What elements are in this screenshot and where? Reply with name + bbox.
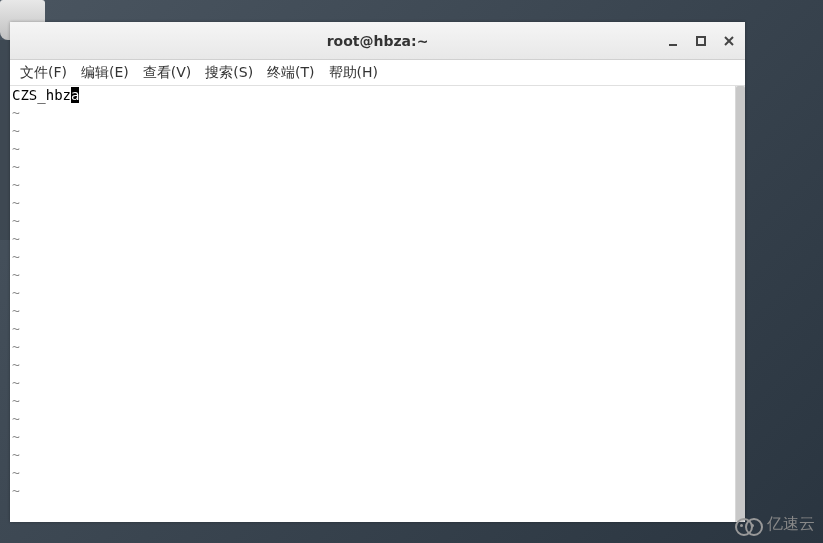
scrollbar[interactable] (735, 86, 745, 522)
vim-tilde-line: ~ (10, 284, 735, 302)
vim-tilde-line: ~ (10, 320, 735, 338)
watermark-text: 亿速云 (767, 514, 815, 535)
close-button[interactable] (721, 33, 737, 49)
vim-tilde-line: ~ (10, 122, 735, 140)
vim-tilde-line: ~ (10, 302, 735, 320)
vim-tilde-line: ~ (10, 410, 735, 428)
menubar: 文件(F) 编辑(E) 查看(V) 搜索(S) 终端(T) 帮助(H) (10, 60, 745, 86)
titlebar: root@hbza:~ (10, 22, 745, 60)
minimize-button[interactable] (665, 33, 681, 49)
maximize-button[interactable] (693, 33, 709, 49)
vim-tilde-line: ~ (10, 266, 735, 284)
maximize-icon (695, 35, 707, 47)
vim-tilde-line: ~ (10, 428, 735, 446)
menu-help[interactable]: 帮助(H) (325, 62, 382, 84)
menu-file[interactable]: 文件(F) (16, 62, 71, 84)
terminal-window: root@hbza:~ 文件(F) 编辑(E) 查看(V) (10, 22, 745, 522)
vim-tilde-line: ~ (10, 230, 735, 248)
vim-tilde-line: ~ (10, 158, 735, 176)
menu-view[interactable]: 查看(V) (139, 62, 196, 84)
editor-cursor: a (71, 87, 79, 103)
menu-edit[interactable]: 编辑(E) (77, 62, 133, 84)
vim-tilde-line: ~ (10, 104, 735, 122)
vim-tilde-line: ~ (10, 212, 735, 230)
minimize-icon (667, 35, 679, 47)
vim-tilde-line: ~ (10, 338, 735, 356)
menu-terminal[interactable]: 终端(T) (263, 62, 318, 84)
vim-tilde-line: ~ (10, 194, 735, 212)
vim-tilde-line: ~ (10, 464, 735, 482)
scroll-thumb[interactable] (736, 86, 745, 522)
editor-text: CZS_hbz (12, 87, 71, 103)
vim-tilde-line: ~ (10, 446, 735, 464)
vim-tilde-line: ~ (10, 374, 735, 392)
editor-first-line: CZS_hbza (10, 86, 735, 104)
window-controls (665, 22, 737, 59)
svg-rect-0 (669, 44, 677, 46)
vim-tilde-line: ~ (10, 356, 735, 374)
editor-area[interactable]: CZS_hbza ~~~~~~~~~~~~~~~~~~~~~~ (10, 86, 735, 522)
menu-search[interactable]: 搜索(S) (201, 62, 257, 84)
watermark-logo-icon (735, 516, 763, 534)
close-icon (723, 35, 735, 47)
vim-tilde-line: ~ (10, 482, 735, 500)
svg-rect-1 (697, 37, 705, 45)
terminal-content[interactable]: CZS_hbza ~~~~~~~~~~~~~~~~~~~~~~ (10, 86, 745, 522)
vim-tilde-line: ~ (10, 248, 735, 266)
vim-tilde-line: ~ (10, 392, 735, 410)
window-title: root@hbza:~ (327, 33, 429, 49)
watermark: 亿速云 (735, 514, 815, 535)
vim-tilde-line: ~ (10, 176, 735, 194)
vim-tilde-line: ~ (10, 140, 735, 158)
